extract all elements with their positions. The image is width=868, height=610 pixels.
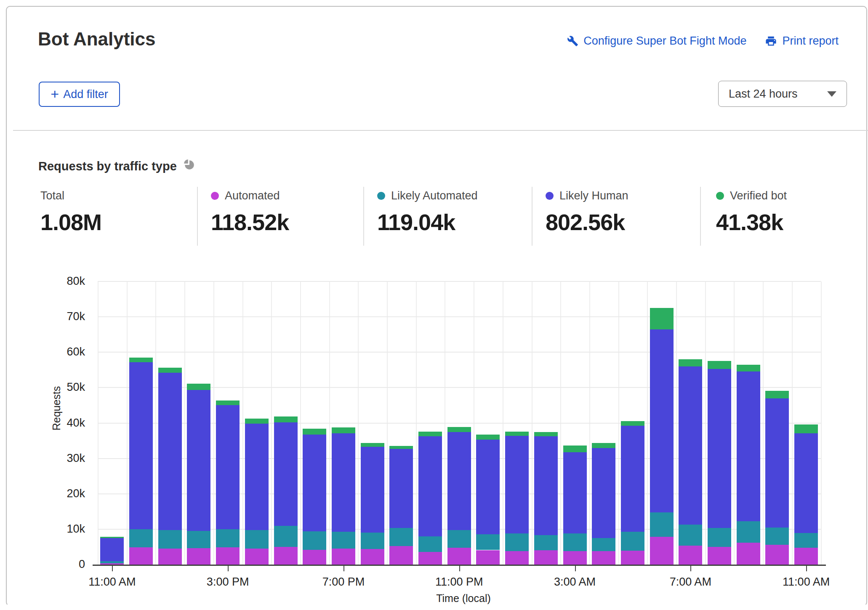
- bar-segment-likely-automated: [418, 536, 442, 552]
- bar-segment-automated: [245, 549, 269, 565]
- bar-segment-automated: [592, 551, 615, 565]
- add-filter-label: Add filter: [63, 88, 108, 101]
- bar-segment-likely-automated: [476, 534, 500, 550]
- bar-segment-likely-human: [534, 436, 558, 536]
- bar-segment-likely-automated: [679, 525, 702, 546]
- bar-segment-automated: [418, 552, 442, 565]
- bar-segment-likely-automated: [245, 530, 269, 549]
- bar-segment-likely-human: [679, 366, 702, 525]
- bar-segment-verified-bot: [794, 424, 818, 433]
- bar-segment-likely-human: [303, 435, 326, 531]
- v-gridline: [821, 281, 822, 565]
- stat-divider: [197, 187, 198, 246]
- bar-segment-likely-human: [447, 432, 471, 530]
- bot-analytics-card: Bot Analytics Configure Super Bot Fight …: [6, 6, 867, 606]
- y-tick-label: 70k: [35, 310, 85, 323]
- bar-segment-verified-bot: [158, 368, 182, 373]
- stat-total: Total 1.08M: [40, 189, 101, 235]
- bar-segment-likely-human: [129, 362, 153, 529]
- x-tick-label: 7:00 AM: [644, 576, 737, 589]
- bar-segment-likely-automated: [447, 530, 471, 548]
- bar-segment-likely-human: [274, 422, 298, 526]
- bar-segment-verified-bot: [418, 432, 442, 436]
- configure-link-label: Configure Super Bot Fight Mode: [583, 34, 746, 48]
- bar-segment-likely-human: [592, 448, 615, 538]
- bar-segment-verified-bot: [447, 427, 471, 432]
- bar-segment-verified-bot: [361, 443, 384, 447]
- bar-segment-likely-human: [187, 390, 210, 531]
- x-tick-mark: [575, 566, 576, 571]
- bar-segment-likely-human: [158, 373, 182, 530]
- bar-segment-likely-automated: [505, 533, 529, 551]
- header-divider: [13, 130, 868, 131]
- bar-segment-automated: [534, 550, 558, 565]
- bar-segment-likely-human: [476, 440, 500, 534]
- bar-segment-automated: [505, 551, 529, 565]
- bar-segment-likely-automated: [765, 528, 789, 545]
- bar-segment-likely-automated: [534, 535, 558, 550]
- bar-segment-verified-bot: [534, 432, 558, 436]
- x-tick-mark: [343, 566, 344, 571]
- next-card-top-edge: [0, 605, 868, 610]
- bar-segment-automated: [216, 547, 240, 565]
- likely-automated-dot-icon: [377, 192, 385, 200]
- time-range-dropdown[interactable]: Last 24 hours: [718, 81, 847, 107]
- pie-chart-icon: [184, 159, 195, 174]
- x-tick-label: 11:00 PM: [413, 576, 506, 589]
- stat-divider: [700, 187, 701, 246]
- stat-verified-bot: Verified bot 41.38k: [716, 189, 787, 235]
- stat-verified-bot-label: Verified bot: [730, 189, 787, 202]
- bar-segment-automated: [679, 546, 702, 565]
- bar-segment-verified-bot: [765, 391, 789, 399]
- bar-segment-likely-human: [418, 436, 442, 536]
- wrench-icon: [567, 35, 578, 47]
- bar-segment-likely-human: [245, 424, 269, 530]
- stat-likely-automated: Likely Automated 119.04k: [377, 189, 478, 235]
- bar-segment-verified-bot: [650, 308, 674, 329]
- stat-automated-label: Automated: [225, 189, 280, 202]
- bar-segment-automated: [361, 549, 384, 565]
- bar-segment-automated: [158, 549, 182, 565]
- bar-segment-automated: [794, 548, 818, 565]
- add-filter-button[interactable]: + Add filter: [39, 82, 120, 107]
- bar-segment-likely-automated: [129, 529, 153, 547]
- configure-super-bot-fight-mode-link[interactable]: Configure Super Bot Fight Mode: [567, 34, 746, 48]
- x-tick-mark: [112, 566, 113, 571]
- x-tick-mark: [690, 566, 691, 571]
- print-report-link[interactable]: Print report: [765, 34, 839, 48]
- y-tick-label: 10k: [35, 522, 85, 536]
- bar-segment-likely-automated: [303, 531, 326, 550]
- bar-segment-likely-human: [216, 405, 240, 529]
- bar-segment-automated: [129, 547, 153, 565]
- stat-likely-automated-value: 119.04k: [377, 209, 478, 235]
- h-gridline: [98, 316, 821, 317]
- bar-segment-likely-automated: [187, 531, 210, 548]
- bar-segment-likely-automated: [274, 526, 298, 547]
- plus-icon: +: [51, 87, 59, 101]
- bar-segment-verified-bot: [245, 419, 269, 424]
- stat-verified-bot-value: 41.38k: [716, 209, 787, 235]
- bar-segment-verified-bot: [129, 358, 153, 362]
- bar-segment-likely-automated: [794, 533, 818, 548]
- bar-segment-likely-human: [650, 329, 674, 513]
- bar-segment-automated: [303, 550, 326, 565]
- stat-total-value: 1.08M: [40, 209, 101, 235]
- x-tick-label: 7:00 PM: [297, 576, 390, 589]
- x-tick-mark: [806, 566, 807, 571]
- section-title: Requests by traffic type: [38, 159, 195, 174]
- stat-automated: Automated 118.52k: [211, 189, 289, 235]
- page-title: Bot Analytics: [38, 29, 156, 50]
- bar-segment-automated: [563, 551, 587, 565]
- bar-segment-likely-automated: [592, 538, 615, 551]
- stat-total-label: Total: [40, 189, 64, 202]
- bar-segment-likely-human: [794, 433, 818, 533]
- verified-bot-dot-icon: [716, 192, 724, 200]
- bar-segment-likely-automated: [650, 512, 674, 536]
- bar-segment-verified-bot: [621, 421, 644, 426]
- bar-segment-verified-bot: [274, 416, 298, 422]
- bar-segment-likely-human: [621, 426, 644, 532]
- bar-segment-likely-human: [505, 436, 529, 533]
- y-tick-label: 30k: [35, 452, 85, 465]
- bar-segment-automated: [332, 549, 355, 565]
- y-tick-label: 20k: [35, 487, 85, 500]
